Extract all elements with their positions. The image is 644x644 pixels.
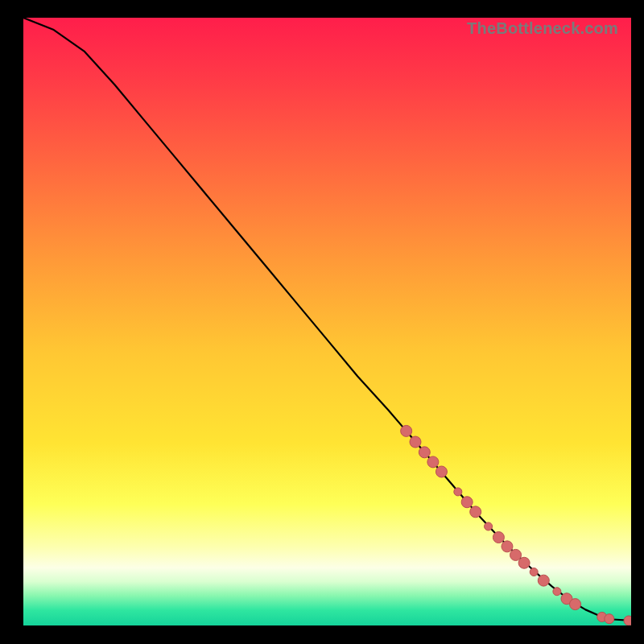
data-marker [605, 614, 614, 624]
data-marker [493, 532, 504, 543]
data-marker [436, 466, 447, 477]
data-marker [570, 599, 581, 610]
data-marker [461, 497, 473, 508]
watermark-text: TheBottleneck.com [467, 19, 618, 38]
data-marker [419, 447, 430, 458]
data-marker [530, 568, 538, 576]
plot-area: TheBottleneck.com [23, 18, 631, 625]
chart-overlay [23, 18, 631, 625]
data-marker [518, 557, 530, 568]
data-marker [502, 541, 513, 552]
data-marker [470, 506, 481, 518]
data-marker [624, 616, 631, 625]
data-marker [553, 588, 561, 596]
data-marker [538, 575, 549, 586]
data-marker [401, 425, 412, 436]
data-marker [485, 522, 493, 530]
data-marker [510, 549, 522, 560]
chart-root: TheBottleneck.com [0, 0, 644, 644]
data-marker [410, 436, 421, 448]
curve-line [23, 18, 631, 621]
data-markers [401, 425, 631, 625]
data-marker [427, 456, 439, 468]
data-marker [454, 488, 462, 496]
